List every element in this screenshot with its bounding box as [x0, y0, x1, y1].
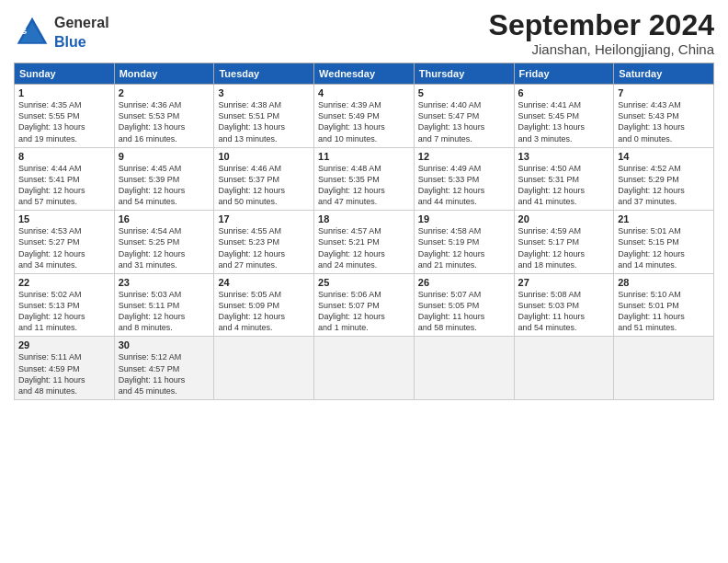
table-row: 20Sunrise: 4:59 AM Sunset: 5:17 PM Dayli… — [514, 211, 614, 274]
header-monday: Monday — [114, 63, 214, 85]
day-info: Sunrise: 5:02 AM Sunset: 5:13 PM Dayligh… — [18, 289, 110, 334]
day-info: Sunrise: 5:07 AM Sunset: 5:05 PM Dayligh… — [418, 289, 510, 334]
day-number: 1 — [18, 87, 110, 98]
header: G General Blue September 2024 Jianshan, … — [14, 9, 714, 57]
logo: G General Blue — [14, 13, 109, 52]
table-row: 2Sunrise: 4:36 AM Sunset: 5:53 PM Daylig… — [114, 85, 214, 148]
day-number: 23 — [119, 277, 210, 288]
table-row: 15Sunrise: 4:53 AM Sunset: 5:27 PM Dayli… — [15, 211, 115, 274]
day-info: Sunrise: 4:52 AM Sunset: 5:29 PM Dayligh… — [618, 163, 710, 208]
day-number: 15 — [18, 213, 110, 224]
day-number: 14 — [618, 151, 710, 162]
header-saturday: Saturday — [614, 63, 714, 85]
day-info: Sunrise: 5:10 AM Sunset: 5:01 PM Dayligh… — [618, 289, 710, 334]
table-row: 18Sunrise: 4:57 AM Sunset: 5:21 PM Dayli… — [314, 211, 415, 274]
table-row: 8Sunrise: 4:44 AM Sunset: 5:41 PM Daylig… — [15, 147, 115, 211]
day-number: 30 — [119, 339, 210, 350]
day-number: 21 — [618, 213, 710, 224]
day-number: 16 — [119, 213, 210, 224]
header-sunday: Sunday — [15, 63, 115, 85]
table-row: 23Sunrise: 5:03 AM Sunset: 5:11 PM Dayli… — [114, 273, 214, 337]
day-info: Sunrise: 4:44 AM Sunset: 5:41 PM Dayligh… — [18, 163, 110, 208]
table-row: 19Sunrise: 4:58 AM Sunset: 5:19 PM Dayli… — [414, 211, 514, 274]
table-row: 5Sunrise: 4:40 AM Sunset: 5:47 PM Daylig… — [414, 85, 514, 148]
day-info: Sunrise: 4:41 AM Sunset: 5:45 PM Dayligh… — [518, 99, 610, 144]
day-info: Sunrise: 4:59 AM Sunset: 5:17 PM Dayligh… — [518, 225, 610, 270]
header-wednesday: Wednesday — [314, 63, 415, 85]
day-number: 3 — [218, 87, 310, 98]
day-info: Sunrise: 4:45 AM Sunset: 5:39 PM Dayligh… — [119, 163, 210, 208]
table-row: 21Sunrise: 5:01 AM Sunset: 5:15 PM Dayli… — [614, 211, 714, 274]
logo-blue: Blue — [54, 34, 86, 50]
day-info: Sunrise: 4:58 AM Sunset: 5:19 PM Dayligh… — [418, 225, 510, 270]
header-tuesday: Tuesday — [214, 63, 314, 85]
day-info: Sunrise: 5:05 AM Sunset: 5:09 PM Dayligh… — [218, 289, 310, 334]
day-number: 18 — [318, 213, 410, 224]
day-number: 28 — [618, 277, 710, 288]
day-info: Sunrise: 4:54 AM Sunset: 5:25 PM Dayligh… — [119, 225, 210, 270]
day-number: 19 — [418, 213, 510, 224]
day-info: Sunrise: 4:50 AM Sunset: 5:31 PM Dayligh… — [518, 163, 610, 208]
logo-icon: G — [14, 14, 51, 51]
table-row: 24Sunrise: 5:05 AM Sunset: 5:09 PM Dayli… — [214, 273, 314, 337]
table-row — [614, 337, 714, 400]
svg-text:G: G — [20, 27, 27, 36]
day-info: Sunrise: 4:35 AM Sunset: 5:55 PM Dayligh… — [18, 99, 110, 144]
day-number: 12 — [418, 151, 510, 162]
day-number: 2 — [119, 87, 210, 98]
table-row: 3Sunrise: 4:38 AM Sunset: 5:51 PM Daylig… — [214, 85, 314, 148]
table-row: 14Sunrise: 4:52 AM Sunset: 5:29 PM Dayli… — [614, 147, 714, 211]
table-row: 6Sunrise: 4:41 AM Sunset: 5:45 PM Daylig… — [514, 85, 614, 148]
weekday-header-row: Sunday Monday Tuesday Wednesday Thursday… — [15, 63, 714, 85]
day-info: Sunrise: 4:57 AM Sunset: 5:21 PM Dayligh… — [318, 225, 410, 270]
table-row: 12Sunrise: 4:49 AM Sunset: 5:33 PM Dayli… — [414, 147, 514, 211]
day-info: Sunrise: 5:08 AM Sunset: 5:03 PM Dayligh… — [518, 289, 610, 334]
calendar-table: Sunday Monday Tuesday Wednesday Thursday… — [14, 63, 714, 400]
day-number: 20 — [518, 213, 610, 224]
table-row: 28Sunrise: 5:10 AM Sunset: 5:01 PM Dayli… — [614, 273, 714, 337]
day-info: Sunrise: 4:38 AM Sunset: 5:51 PM Dayligh… — [218, 99, 310, 144]
day-number: 8 — [18, 151, 110, 162]
table-row: 11Sunrise: 4:48 AM Sunset: 5:35 PM Dayli… — [314, 147, 415, 211]
day-number: 26 — [418, 277, 510, 288]
day-info: Sunrise: 4:48 AM Sunset: 5:35 PM Dayligh… — [318, 163, 410, 208]
table-row: 27Sunrise: 5:08 AM Sunset: 5:03 PM Dayli… — [514, 273, 614, 337]
table-row: 17Sunrise: 4:55 AM Sunset: 5:23 PM Dayli… — [214, 211, 314, 274]
day-info: Sunrise: 4:36 AM Sunset: 5:53 PM Dayligh… — [119, 99, 210, 144]
table-row: 29Sunrise: 5:11 AM Sunset: 4:59 PM Dayli… — [15, 337, 115, 400]
day-number: 13 — [518, 151, 610, 162]
day-info: Sunrise: 4:49 AM Sunset: 5:33 PM Dayligh… — [418, 163, 510, 208]
table-row: 10Sunrise: 4:46 AM Sunset: 5:37 PM Dayli… — [214, 147, 314, 211]
day-number: 10 — [218, 151, 310, 162]
table-row: 30Sunrise: 5:12 AM Sunset: 4:57 PM Dayli… — [114, 337, 214, 400]
logo-general: General — [54, 15, 109, 30]
day-number: 27 — [518, 277, 610, 288]
location: Jianshan, Heilongjiang, China — [489, 41, 714, 57]
day-info: Sunrise: 4:46 AM Sunset: 5:37 PM Dayligh… — [218, 163, 310, 208]
header-friday: Friday — [514, 63, 614, 85]
day-number: 11 — [318, 151, 410, 162]
day-number: 7 — [618, 87, 710, 98]
table-row: 13Sunrise: 4:50 AM Sunset: 5:31 PM Dayli… — [514, 147, 614, 211]
table-row: 25Sunrise: 5:06 AM Sunset: 5:07 PM Dayli… — [314, 273, 415, 337]
day-info: Sunrise: 5:03 AM Sunset: 5:11 PM Dayligh… — [119, 289, 210, 334]
month-title: September 2024 — [489, 9, 714, 41]
day-number: 9 — [119, 151, 210, 162]
table-row — [514, 337, 614, 400]
day-info: Sunrise: 4:43 AM Sunset: 5:43 PM Dayligh… — [618, 99, 710, 144]
day-number: 17 — [218, 213, 310, 224]
day-info: Sunrise: 4:40 AM Sunset: 5:47 PM Dayligh… — [418, 99, 510, 144]
table-row — [414, 337, 514, 400]
day-number: 24 — [218, 277, 310, 288]
day-number: 6 — [518, 87, 610, 98]
day-number: 29 — [18, 339, 110, 350]
header-thursday: Thursday — [414, 63, 514, 85]
day-info: Sunrise: 5:06 AM Sunset: 5:07 PM Dayligh… — [318, 289, 410, 334]
day-number: 22 — [18, 277, 110, 288]
day-info: Sunrise: 4:55 AM Sunset: 5:23 PM Dayligh… — [218, 225, 310, 270]
table-row: 22Sunrise: 5:02 AM Sunset: 5:13 PM Dayli… — [15, 273, 115, 337]
day-info: Sunrise: 4:53 AM Sunset: 5:27 PM Dayligh… — [18, 225, 110, 270]
table-row — [214, 337, 314, 400]
day-info: Sunrise: 4:39 AM Sunset: 5:49 PM Dayligh… — [318, 99, 410, 144]
table-row: 26Sunrise: 5:07 AM Sunset: 5:05 PM Dayli… — [414, 273, 514, 337]
